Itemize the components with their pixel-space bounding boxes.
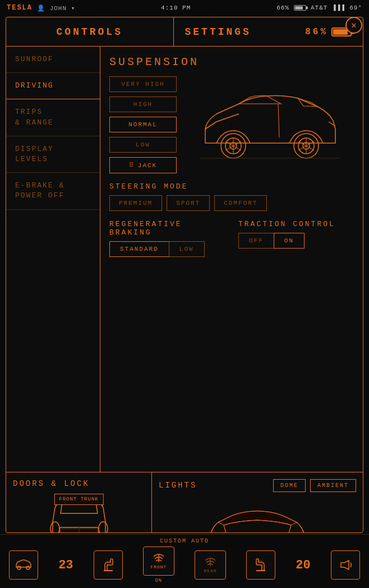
status-time: 4:10 PM xyxy=(161,4,191,11)
sidebar: SUNROOF DRIVING TRIPS& RANGE DISPLAYLEVE… xyxy=(6,47,100,472)
rear-label: REAR xyxy=(204,568,216,573)
front-label: FRONT xyxy=(150,564,167,569)
suspension-buttons: VERY HIGH HIGH NORMAL LOW ⠿ JACK xyxy=(109,76,177,173)
doors-title: DOORS & LOCK xyxy=(13,479,145,488)
steering-buttons: PREMIUM SPORT COMFORT xyxy=(109,195,354,211)
status-left: TESLA 👤 JOHN ▾ xyxy=(7,4,75,12)
toolbar-seat-right[interactable]: ~ ~ xyxy=(246,550,275,580)
volume-icon xyxy=(338,557,353,573)
close-button[interactable]: ✕ xyxy=(345,17,362,34)
suspension-layout: VERY HIGH HIGH NORMAL LOW ⠿ JACK xyxy=(109,76,354,173)
susp-low[interactable]: LOW xyxy=(109,137,177,153)
main-panel: SUSPENSION VERY HIGH HIGH NORMAL LOW ⠿ J… xyxy=(100,47,363,472)
status-right: 66% AT&T ▐▐▐ 69° xyxy=(276,4,362,11)
traction-buttons: OFF ON xyxy=(238,233,354,249)
steer-sport[interactable]: SPORT xyxy=(167,195,210,211)
car-front-svg: T xyxy=(193,500,322,533)
front-climate-icon xyxy=(151,553,166,563)
sidebar-item-trips[interactable]: TRIPS& RANGE xyxy=(6,99,100,136)
car-toolbar-icon xyxy=(15,559,33,571)
status-bar: TESLA 👤 JOHN ▾ 4:10 PM 66% AT&T ▐▐▐ 69° xyxy=(0,0,369,16)
steering-section: STEERING MODE PREMIUM SPORT COMFORT xyxy=(109,182,354,211)
toolbar-car[interactable] xyxy=(9,550,38,580)
regen-buttons: STANDARD LOW xyxy=(109,241,225,257)
susp-jack[interactable]: ⠿ JACK xyxy=(109,157,177,173)
lights-title: LIGHTS xyxy=(159,481,197,490)
carrier-info: AT&T xyxy=(311,4,328,11)
bottom-section: DOORS & LOCK FRONT TRUNK xyxy=(6,472,363,533)
content-area: SUNROOF DRIVING TRIPS& RANGE DISPLAYLEVE… xyxy=(6,47,363,472)
battery-indicator: 86% xyxy=(305,27,352,37)
seat-right-icon: ~ ~ xyxy=(253,557,269,573)
svg-text:~: ~ xyxy=(108,559,110,563)
toolbar-temp-right[interactable]: 20 xyxy=(296,558,310,572)
svg-line-0 xyxy=(278,104,279,137)
sidebar-item-driving[interactable]: DRIVING xyxy=(6,73,100,99)
temp-left-value: 23 xyxy=(58,558,73,572)
sidebar-item-sunroof[interactable]: SUNROOF xyxy=(6,47,100,73)
tesla-logo: TESLA xyxy=(7,4,33,12)
doors-layout: FRONT TRUNK xyxy=(13,494,145,533)
seat-left-icon-box: ~ ~ xyxy=(94,550,123,580)
ambient-button[interactable]: AMBIENT xyxy=(310,479,356,492)
toolbar-temp-left[interactable]: 23 xyxy=(58,558,73,572)
front-trunk-button[interactable]: FRONT TRUNK xyxy=(54,494,103,505)
tab-settings[interactable]: SETTINGS 86% xyxy=(174,17,363,46)
jack-dots-icon: ⠿ xyxy=(129,162,135,169)
steer-premium[interactable]: PREMIUM xyxy=(109,195,162,211)
battery-percent: 66% xyxy=(276,4,289,11)
sidebar-item-display[interactable]: DISPLAYLEVELS xyxy=(6,136,100,173)
regen-traction-row: REGENERATIVE BRAKING STANDARD LOW TRACTI… xyxy=(109,220,354,257)
regen-title: REGENERATIVE BRAKING xyxy=(109,220,225,237)
svg-point-41 xyxy=(26,566,30,569)
signal-strength: ▐▐▐ xyxy=(332,4,345,11)
car-side-svg xyxy=(194,81,345,168)
toolbar-items: 23 ~ ~ FRONT xyxy=(6,546,363,584)
traction-on[interactable]: ON xyxy=(274,233,305,249)
regen-group: REGENERATIVE BRAKING STANDARD LOW xyxy=(109,220,225,257)
front-climate-icon-box: FRONT xyxy=(143,546,174,576)
tab-controls[interactable]: CONTROLS xyxy=(6,17,174,46)
lights-header: LIGHTS DOME AMBIENT xyxy=(159,479,356,497)
car-front-container: T xyxy=(159,500,356,533)
regen-section: REGENERATIVE BRAKING STANDARD LOW TRACTI… xyxy=(109,220,354,257)
suspension-title: SUSPENSION xyxy=(109,56,354,68)
rear-climate-icon-box: REAR xyxy=(195,550,226,580)
regen-standard[interactable]: STANDARD xyxy=(109,241,169,257)
car-side-view xyxy=(186,76,354,173)
susp-high[interactable]: HIGH xyxy=(109,97,177,112)
toolbar-seat-left[interactable]: ~ ~ xyxy=(94,550,123,580)
svg-point-40 xyxy=(17,566,21,569)
temp-right-value: 20 xyxy=(296,558,310,572)
traction-title: TRACTION CONTROL xyxy=(238,220,354,228)
svg-text:~: ~ xyxy=(261,559,263,563)
volume-icon-box xyxy=(331,550,360,580)
steer-comfort[interactable]: COMFORT xyxy=(214,195,267,211)
lights-top-buttons: DOME AMBIENT xyxy=(273,479,356,492)
custom-auto-label: CUSTOM AUTO xyxy=(160,538,209,544)
dome-button[interactable]: DOME xyxy=(273,479,306,492)
svg-point-18 xyxy=(50,522,59,533)
toolbar-rear-climate[interactable]: REAR xyxy=(195,550,226,580)
lights-panel: LIGHTS DOME AMBIENT xyxy=(152,472,363,533)
susp-normal[interactable]: NORMAL xyxy=(109,117,177,132)
battery-small xyxy=(294,5,306,11)
top-tabs: CONTROLS SETTINGS 86% xyxy=(6,17,363,47)
car-icon-box xyxy=(9,550,38,580)
traction-off[interactable]: OFF xyxy=(238,233,274,249)
toolbar-front-climate[interactable]: FRONT ON xyxy=(143,546,174,584)
temperature: 69° xyxy=(349,4,362,11)
steering-title: STEERING MODE xyxy=(109,182,354,191)
regen-low[interactable]: LOW xyxy=(169,241,205,257)
sidebar-item-ebrake[interactable]: E-BRAKE &POWER OFF xyxy=(6,173,100,209)
susp-very-high[interactable]: VERY HIGH xyxy=(109,76,177,92)
svg-point-19 xyxy=(99,522,108,533)
bottom-toolbar: CUSTOM AUTO 23 ~ ~ xyxy=(0,534,369,588)
rear-climate-icon xyxy=(203,557,218,567)
seat-left-icon: ~ ~ xyxy=(100,557,116,573)
user-profile: 👤 JOHN ▾ xyxy=(37,4,75,12)
toolbar-volume[interactable] xyxy=(331,550,360,580)
seat-right-icon-box: ~ ~ xyxy=(246,550,275,580)
front-climate-status: ON xyxy=(155,578,162,584)
doors-panel: DOORS & LOCK FRONT TRUNK xyxy=(6,472,152,533)
